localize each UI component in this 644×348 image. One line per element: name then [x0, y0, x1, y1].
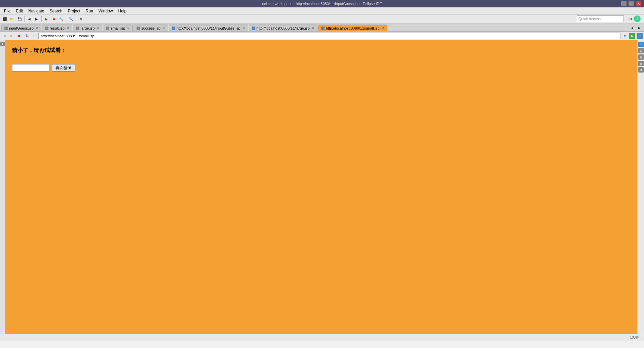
tab-icon-web-small — [321, 27, 325, 30]
toolbar-debug-button[interactable]: ▶ — [43, 16, 50, 23]
quick-access-label: Quick Access — [578, 17, 601, 21]
toolbar-separator-3 — [66, 16, 66, 22]
address-bar: ◀ ▶ ■ ↻ ⌂ ▼ ▶ ↗ — [0, 32, 644, 40]
status-bar: 100% — [0, 334, 644, 341]
nav-stop-button[interactable]: ■ — [16, 33, 22, 39]
left-icons: ≡ — [0, 40, 5, 334]
tab-web-inputguess[interactable]: http://localhost:8080/11/inputGuess.jsp … — [169, 25, 248, 31]
tab-close-web-small[interactable]: ✕ — [382, 27, 384, 30]
toolbar-save-button[interactable]: 💾 — [16, 16, 23, 23]
minimize-button[interactable]: – — [621, 1, 627, 6]
tab-success[interactable]: success.jsp ✕ — [134, 25, 168, 31]
toolbar-new-button[interactable]: ⬛ — [1, 16, 8, 23]
menu-project[interactable]: Project — [65, 8, 83, 14]
menu-search[interactable]: Search — [47, 8, 65, 14]
close-button[interactable]: ✕ — [636, 1, 641, 6]
tab-icon-inputguess — [4, 27, 8, 30]
menu-window[interactable]: Window — [96, 8, 116, 14]
toolbar-stop-button[interactable]: ■ — [50, 16, 57, 23]
menu-help[interactable]: Help — [116, 8, 129, 14]
menu-navigate[interactable]: Navigate — [26, 8, 47, 14]
nav-go-button[interactable]: ▼ — [622, 33, 628, 39]
left-icon-1[interactable]: ≡ — [0, 42, 5, 46]
tab-close-small-file[interactable]: ✕ — [127, 27, 130, 30]
quick-access-box: Quick Access — [577, 15, 624, 22]
nav-back-button[interactable]: ◀ — [1, 33, 7, 39]
tab-close-web-large[interactable]: ✕ — [312, 27, 314, 30]
nav-home-button[interactable]: ⌂ — [31, 33, 37, 39]
toolbar-refresh-button[interactable]: ↻ — [77, 16, 84, 23]
tab-web-large[interactable]: http://localhost:8080/11/large.jsp ✕ — [249, 25, 317, 31]
menu-bar: File Edit Navigate Search Project Run Wi… — [0, 7, 644, 15]
toolbar-open-button[interactable]: 📂 — [9, 16, 15, 23]
browser-content: 猜小了，请再试试看： 再次猜测 — [5, 40, 637, 334]
tab-scroll-left-button[interactable]: ◀ — [629, 25, 635, 31]
tab-close-result[interactable]: ✕ — [67, 27, 69, 30]
nav-run-button[interactable]: ▶ — [629, 33, 635, 39]
toolbar-build-button[interactable]: 🔨 — [58, 16, 65, 23]
url-input[interactable] — [38, 33, 620, 39]
tab-scroll-right-button[interactable]: ▶ — [636, 25, 643, 31]
nav-external-button[interactable]: ↗ — [637, 33, 643, 39]
window-title: eclipse-workspace - http://localhost:808… — [23, 2, 621, 6]
tab-close-large[interactable]: ✕ — [97, 27, 99, 30]
tab-close-web-inputguess[interactable]: ✕ — [242, 27, 245, 30]
guess-button[interactable]: 再次猜测 — [52, 64, 75, 72]
tab-icon-large — [76, 27, 79, 30]
right-icon-4[interactable]: ◈ — [638, 61, 644, 66]
toolbar-search-button[interactable]: 🔍 — [68, 16, 74, 23]
toolbar-separator-4 — [76, 16, 76, 22]
tab-close-success[interactable]: ✕ — [162, 27, 165, 30]
toolbar-icon-button[interactable]: J — [634, 15, 641, 22]
window-controls: – □ ✕ — [621, 1, 641, 6]
eclipse-content: 猜小了，请再试试看： 再次猜测 — [5, 40, 637, 334]
tab-icon-success — [137, 27, 140, 30]
tab-end-controls: ◀ ▶ — [629, 25, 643, 31]
menu-run[interactable]: Run — [83, 8, 96, 14]
toolbar-back-button[interactable]: ◀ — [26, 16, 33, 23]
toolbar-separator-1 — [24, 16, 25, 22]
tab-close-inputguess[interactable]: ✕ — [36, 27, 38, 30]
right-icon-1[interactable]: ↗ — [638, 42, 644, 47]
menu-file[interactable]: File — [1, 8, 13, 14]
tab-web-small[interactable]: http://localhost:8080/11/small.jsp ✕ — [318, 25, 387, 31]
title-bar: eclipse-workspace - http://localhost:808… — [0, 0, 644, 7]
nav-refresh-button[interactable]: ↻ — [24, 33, 30, 39]
tab-icon-web-inputguess — [172, 27, 175, 30]
tab-inputguess[interactable]: inputGuess.jsp ✕ — [1, 25, 41, 31]
right-icon-5[interactable]: ⚙ — [638, 67, 644, 73]
tab-icon-result — [45, 27, 48, 30]
tab-icon-web-large — [252, 27, 255, 30]
maximize-button[interactable]: □ — [629, 1, 634, 6]
tab-large[interactable]: large.jsp ✕ — [73, 25, 103, 31]
nav-forward-button[interactable]: ▶ — [9, 33, 15, 39]
page-message: 猜小了，请再试试看： — [12, 47, 631, 54]
content-area: ≡ 猜小了，请再试试看： 再次猜测 ↗ ≡ ⊞ ◈ ⚙ — [0, 40, 644, 334]
right-sidebar: ↗ ≡ ⊞ ◈ ⚙ — [637, 40, 644, 334]
status-zoom: 100% — [630, 336, 639, 339]
file-tabs: inputGuess.jsp ✕ result.jsp ✕ large.jsp … — [0, 24, 644, 32]
guess-input[interactable] — [12, 64, 49, 72]
toolbar-perspectives-button[interactable]: ⚙ — [627, 15, 634, 22]
tab-result[interactable]: result.jsp ✕ — [42, 25, 72, 31]
right-icon-2[interactable]: ≡ — [638, 48, 644, 53]
toolbar: ⬛ 📂 💾 ◀ ▶ ▶ ■ 🔨 🔍 ↻ Quick Access ⚙ J — [0, 15, 644, 24]
toolbar-separator-2 — [41, 16, 42, 22]
right-icon-3[interactable]: ⊞ — [638, 54, 644, 60]
tab-small-file[interactable]: small.jsp ✕ — [103, 25, 133, 31]
tab-icon-small-file — [106, 27, 109, 30]
toolbar-forward-button[interactable]: ▶ — [33, 16, 40, 23]
guess-form: 再次猜测 — [12, 64, 631, 72]
menu-edit[interactable]: Edit — [13, 8, 26, 14]
